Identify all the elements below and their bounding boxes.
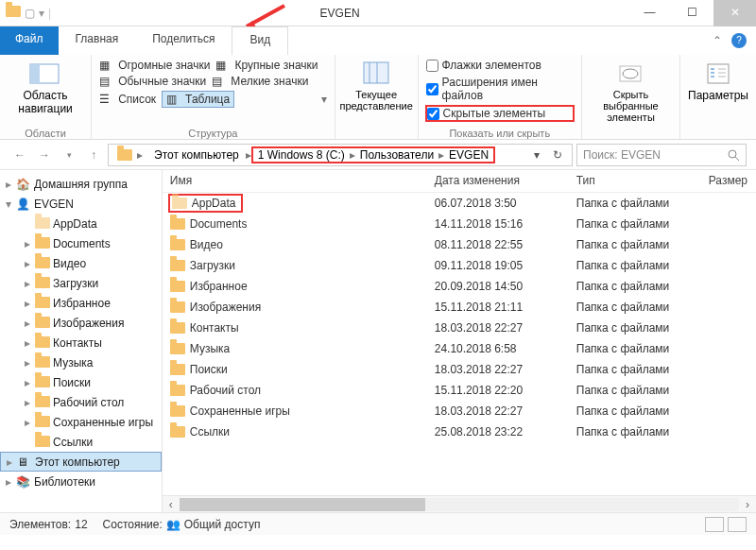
search-icon[interactable] — [727, 148, 740, 162]
tree-item[interactable]: AppData — [0, 214, 162, 233]
up-button[interactable]: ↑ — [83, 145, 104, 165]
breadcrumb-icon[interactable]: ▸ — [112, 148, 149, 162]
col-name[interactable]: Имя — [163, 170, 427, 192]
close-button[interactable]: ✕ — [713, 0, 756, 26]
tree-evgen[interactable]: ▾👤EVGEN — [0, 194, 162, 214]
nav-tree[interactable]: ▸🏠Домашняя группа ▾👤EVGEN AppData▸Docume… — [0, 170, 163, 512]
file-row[interactable]: Ссылки25.08.2018 23:22Папка с файлами — [163, 421, 756, 442]
checkbox-item-hidden[interactable]: Скрытые элементы — [426, 106, 574, 121]
help-icon[interactable]: ? — [731, 33, 747, 48]
breadcrumb-folder[interactable]: EVGEN — [449, 148, 489, 162]
breadcrumb-thispc[interactable]: Этот компьютер — [149, 148, 244, 162]
checkbox-item-flags[interactable]: Флажки элементов — [426, 59, 574, 72]
chevron-right-icon[interactable]: ▸ — [244, 148, 253, 162]
scroll-left-icon[interactable]: ‹ — [163, 498, 180, 511]
back-button[interactable]: ← — [9, 145, 30, 165]
cell-name: Ссылки — [163, 423, 427, 440]
checkbox-extensions[interactable] — [426, 83, 438, 95]
history-dropdown-icon[interactable]: ▾ — [526, 148, 547, 162]
cell-date: 18.03.2018 22:27 — [427, 361, 569, 378]
details-view-button[interactable] — [705, 517, 724, 532]
file-row[interactable]: Сохраненные игры18.03.2018 22:27Папка с … — [163, 401, 756, 421]
layout-huge-icons[interactable]: ▦Огромные значки — [99, 59, 210, 72]
col-size[interactable]: Размер — [701, 170, 756, 192]
minimize-button[interactable]: — — [628, 0, 671, 26]
file-row[interactable]: Контакты18.03.2018 22:27Папка с файлами — [163, 318, 756, 338]
breadcrumb-users[interactable]: Пользователи — [360, 148, 434, 162]
forward-button[interactable]: → — [34, 145, 55, 165]
col-type[interactable]: Тип — [569, 170, 701, 192]
tree-item[interactable]: ▸Избранное — [0, 293, 162, 313]
thumbnails-view-button[interactable] — [728, 517, 747, 532]
tree-item[interactable]: ▸Изображения — [0, 313, 162, 333]
folder-icon — [35, 257, 50, 270]
layout-list[interactable]: ☰Список — [99, 93, 156, 106]
layout-more-icon[interactable]: ▾ — [321, 93, 327, 106]
file-row[interactable]: Избранное20.09.2018 14:50Папка с файлами — [163, 276, 756, 297]
tree-item[interactable]: ▸Сохраненные игры — [0, 412, 162, 432]
file-row[interactable]: Рабочий стол15.11.2018 22:20Папка с файл… — [163, 380, 756, 401]
current-view-label: Текущее представление — [339, 89, 412, 112]
cell-date: 15.11.2018 21:11 — [427, 299, 569, 316]
tree-item[interactable]: Ссылки — [0, 432, 162, 452]
folder-icon — [35, 297, 50, 310]
layout-large-icons[interactable]: ▦Крупные значки — [215, 59, 318, 72]
tree-item[interactable]: ▸Видео — [0, 253, 162, 273]
checkbox-hidden[interactable] — [427, 108, 439, 120]
tree-item[interactable]: ▸Рабочий стол — [0, 392, 162, 412]
horizontal-scrollbar[interactable]: ‹ › — [163, 495, 756, 512]
properties-icon[interactable]: ▾ — [39, 7, 44, 20]
file-row[interactable]: AppData06.07.2018 3:50Папка с файлами — [163, 193, 756, 214]
layout-table[interactable]: ▥Таблица — [162, 91, 234, 108]
tree-item[interactable]: ▸Музыка — [0, 352, 162, 372]
scroll-track[interactable] — [180, 498, 739, 511]
scroll-right-icon[interactable]: › — [739, 498, 756, 511]
search-box[interactable]: Поиск: EVGEN — [576, 144, 747, 166]
breadcrumb-drive[interactable]: 1 Windows 8 (C:) — [258, 148, 345, 162]
tab-file[interactable]: Файл — [0, 26, 59, 55]
layout-medium-icons[interactable]: ▤Обычные значки — [99, 75, 206, 88]
folder-icon — [170, 301, 185, 313]
current-view-button[interactable]: Текущее представление — [343, 59, 410, 112]
tree-this-pc[interactable]: ▸🖥Этот компьютер — [0, 452, 162, 472]
tree-item[interactable]: ▸Поиски — [0, 372, 162, 392]
file-row[interactable]: Изображения15.11.2018 21:11Папка с файла… — [163, 297, 756, 318]
chevron-right-icon[interactable]: ▸ — [437, 148, 446, 162]
file-row[interactable]: Музыка24.10.2018 6:58Папка с файлами — [163, 338, 756, 359]
large-icons-icon: ▦ — [215, 59, 231, 72]
file-row[interactable]: Видео08.11.2018 22:55Папка с файлами — [163, 234, 756, 255]
tab-share[interactable]: Поделиться — [135, 26, 232, 55]
tree-homegroup[interactable]: ▸🏠Домашняя группа — [0, 174, 162, 194]
layout-small-icons[interactable]: ▤Мелкие значки — [212, 75, 308, 88]
column-headers[interactable]: Имя Дата изменения Тип Размер — [163, 170, 756, 193]
hide-selected-button[interactable]: Скрыть выбранные элементы — [590, 59, 672, 123]
options-label: Параметры — [688, 89, 748, 102]
file-list-pane: Имя Дата изменения Тип Размер AppData06.… — [163, 170, 756, 512]
history-dropdown[interactable]: ▾ — [59, 145, 79, 165]
chevron-right-icon[interactable]: ▸ — [348, 148, 357, 162]
options-icon — [702, 60, 734, 87]
tree-item[interactable]: ▸Контакты — [0, 333, 162, 352]
options-button[interactable]: Параметры — [688, 59, 748, 102]
tab-home[interactable]: Главная — [59, 26, 136, 55]
tab-view[interactable]: Вид — [232, 26, 288, 55]
checkbox-item-extensions[interactable]: Расширения имен файлов — [426, 76, 574, 102]
checkbox-flags[interactable] — [426, 60, 438, 72]
maximize-button[interactable]: ☐ — [671, 0, 713, 26]
navigation-pane-button[interactable]: Область навигации — [8, 59, 83, 115]
file-row[interactable]: Поиски18.03.2018 22:27Папка с файлами — [163, 359, 756, 380]
scroll-thumb[interactable] — [180, 498, 425, 511]
tree-item[interactable]: ▸Documents — [0, 233, 162, 253]
collapse-ribbon-icon[interactable]: ⌃ — [713, 34, 722, 47]
tree-item[interactable]: ▸Загрузки — [0, 273, 162, 293]
new-folder-icon[interactable]: ▢ — [25, 7, 35, 20]
cell-type: Папка с файлами — [569, 403, 701, 420]
col-date[interactable]: Дата изменения — [427, 170, 569, 192]
tree-libraries[interactable]: ▸📚Библиотеки — [0, 472, 162, 491]
file-row[interactable]: Documents14.11.2018 15:16Папка с файлами — [163, 214, 756, 234]
homegroup-icon: 🏠 — [16, 178, 31, 191]
breadcrumb[interactable]: ▸ Этот компьютер ▸ 1 Windows 8 (C:) ▸ По… — [108, 144, 573, 166]
file-row[interactable]: Загрузки09.11.2018 19:05Папка с файлами — [163, 255, 756, 276]
group-label-structure: Структура — [99, 126, 326, 139]
refresh-button[interactable]: ↻ — [547, 148, 568, 162]
